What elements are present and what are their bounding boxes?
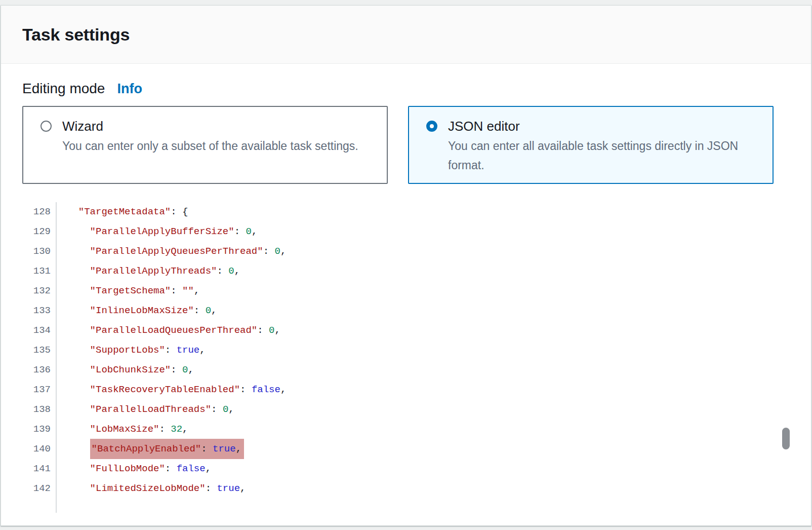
code-line: "SupportLobs": true,	[57, 340, 811, 360]
editing-mode-row: Editing mode Info	[22, 81, 811, 99]
tile-wizard[interactable]: Wizard You can enter only a subset of th…	[22, 106, 388, 184]
line-number: 128	[1, 202, 51, 222]
line-number: 142	[1, 479, 51, 499]
highlighted-token-group: "BatchApplyEnabled": true,	[90, 439, 244, 459]
code-line: "FullLobMode": false,	[57, 459, 811, 479]
token-group: "ParallelLoadThreads": 0,	[90, 404, 234, 415]
code-line: "TaskRecoveryTableEnabled": false,	[57, 380, 811, 400]
line-number: 140	[1, 439, 51, 459]
scrollbar-thumb[interactable]	[782, 428, 790, 449]
code-gutter: 1281291301311321331341351361371381391401…	[1, 202, 57, 513]
line-number: 132	[1, 281, 51, 301]
token-group: "LobMaxSize": 32,	[90, 424, 188, 435]
tile-wizard-text: Wizard You can enter only a subset of th…	[62, 116, 358, 156]
tile-json-editor-description: You can enter all available task setting…	[448, 136, 738, 175]
tile-json-editor-label: JSON editor	[448, 119, 520, 134]
info-link[interactable]: Info	[117, 81, 142, 97]
code-line: "LobMaxSize": 32,	[57, 420, 811, 439]
code-line: "ParallelApplyBufferSize": 0,	[57, 222, 811, 242]
page-title: Task settings	[22, 25, 130, 45]
line-number: 139	[1, 420, 51, 439]
line-number: 137	[1, 380, 51, 400]
code-line: "ParallelLoadThreads": 0,	[57, 400, 811, 420]
panel-header: Task settings	[1, 6, 811, 64]
line-number: 134	[1, 321, 51, 340]
code-line: "TargetSchema": "",	[57, 281, 811, 301]
line-number: 135	[1, 340, 51, 360]
line-number: 138	[1, 400, 51, 420]
token-group: "LobChunkSize": 0,	[90, 364, 194, 375]
radio-unselected-icon[interactable]	[40, 121, 52, 132]
token-group: "SupportLobs": true,	[90, 345, 206, 356]
code-line: "LimitedSizeLobMode": true,	[57, 479, 811, 499]
code-line: "BatchApplyEnabled": true,	[57, 439, 811, 459]
tile-json-editor[interactable]: JSON editor You can enter all available …	[408, 106, 774, 184]
code-line: "TargetMetadata": {	[57, 202, 811, 222]
code-line: "ParallelApplyThreads": 0,	[57, 261, 811, 281]
token-group: "TaskRecoveryTableEnabled": false,	[90, 384, 287, 395]
token-group: "TargetSchema": "",	[90, 285, 200, 296]
tile-wizard-label: Wizard	[62, 119, 103, 134]
code-line: "ParallelLoadQueuesPerThread": 0,	[57, 321, 811, 340]
token-group: "FullLobMode": false,	[90, 463, 211, 474]
radio-selected-icon[interactable]	[426, 121, 437, 132]
tile-json-editor-text: JSON editor You can enter all available …	[448, 116, 738, 175]
code-line: "ParallelApplyQueuesPerThread": 0,	[57, 242, 811, 261]
token-group: "InlineLobMaxSize": 0,	[90, 305, 217, 316]
tile-wizard-description: You can enter only a subset of the avail…	[62, 136, 358, 156]
token-group: "ParallelApplyBufferSize": 0,	[90, 226, 258, 237]
line-number: 133	[1, 301, 51, 321]
line-number: 131	[1, 261, 51, 281]
token-group: "ParallelApplyThreads": 0,	[90, 266, 240, 277]
line-number: 129	[1, 222, 51, 242]
line-number: 136	[1, 360, 51, 380]
token-group: "ParallelApplyQueuesPerThread": 0,	[90, 246, 287, 257]
task-settings-panel: Task settings Editing mode Info Wizard Y…	[1, 5, 811, 526]
line-number: 141	[1, 459, 51, 479]
token-group: "LimitedSizeLobMode": true,	[90, 483, 246, 494]
code-line: "LobChunkSize": 0,	[57, 360, 811, 380]
code-line: "InlineLobMaxSize": 0,	[57, 301, 811, 321]
code-lines: "TargetMetadata": { "ParallelApplyBuffer…	[57, 202, 811, 513]
json-code-editor[interactable]: 1281291301311321331341351361371381391401…	[1, 202, 811, 513]
token-group: "TargetMetadata": {	[78, 206, 188, 217]
line-number: 130	[1, 242, 51, 261]
editing-mode-tiles: Wizard You can enter only a subset of th…	[22, 106, 790, 184]
token-group: "ParallelLoadQueuesPerThread": 0,	[90, 325, 280, 336]
editing-mode-label: Editing mode	[22, 81, 105, 97]
